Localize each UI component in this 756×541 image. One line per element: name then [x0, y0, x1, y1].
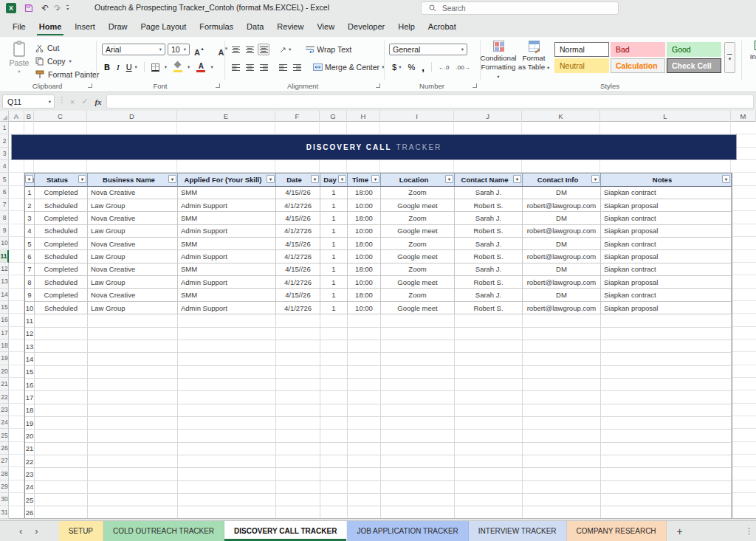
row-header-26[interactable]: 26	[0, 442, 9, 455]
cell[interactable]: Robert S.	[455, 250, 523, 263]
cell[interactable]	[178, 328, 276, 340]
cell[interactable]	[381, 366, 455, 379]
cell[interactable]: Nova Creative	[88, 212, 178, 224]
cell[interactable]: 11	[25, 314, 35, 327]
sheet-tab-job-application-tracker[interactable]: JOB APPLICATION TRACKER	[347, 521, 468, 541]
column-header-F[interactable]: F	[275, 111, 320, 122]
column-header-K[interactable]: K	[522, 111, 600, 122]
cell[interactable]	[348, 353, 381, 365]
ribbon-tab-help[interactable]: Help	[391, 16, 422, 37]
cell[interactable]: Scheduled	[35, 250, 88, 263]
cell[interactable]: Law Group	[88, 250, 178, 263]
cell[interactable]	[381, 379, 455, 391]
ribbon-tab-acrobat[interactable]: Acrobat	[422, 16, 463, 37]
filter-button[interactable]: ▾	[25, 175, 33, 183]
cell[interactable]	[320, 443, 348, 455]
cell[interactable]	[35, 443, 88, 455]
cell[interactable]	[35, 328, 88, 340]
cell[interactable]	[455, 391, 523, 404]
borders-button[interactable]	[151, 63, 159, 72]
row-header-7[interactable]: 7	[0, 199, 9, 211]
cell[interactable]	[88, 328, 178, 340]
cell[interactable]	[178, 443, 276, 455]
cell[interactable]	[381, 314, 455, 327]
row-header-10[interactable]: 10	[0, 237, 9, 249]
cell[interactable]: Sarah J.	[455, 187, 523, 199]
align-right-button[interactable]	[258, 61, 269, 73]
cell[interactable]: Robert S.	[455, 225, 523, 238]
sheet-tab-cold-outreach-tracker[interactable]: COLD OUTREACH TRACKER	[103, 521, 224, 541]
ribbon-tab-view[interactable]: View	[310, 16, 341, 37]
filter-button[interactable]: ▾	[445, 175, 453, 183]
borders-dropdown-icon[interactable]: ▾	[165, 64, 167, 70]
cell[interactable]: SMM	[178, 187, 276, 199]
cell[interactable]	[320, 494, 348, 506]
cell[interactable]: SMM	[178, 263, 276, 276]
ribbon-tab-page-layout[interactable]: Page Layout	[134, 16, 193, 37]
cell[interactable]: Sarah J.	[455, 289, 523, 301]
cell[interactable]	[348, 404, 381, 417]
cell[interactable]	[276, 366, 320, 379]
row-header-9[interactable]: 9	[0, 224, 9, 237]
cell[interactable]	[523, 455, 601, 468]
header-notes[interactable]: Notes▾	[601, 173, 732, 186]
cell[interactable]	[276, 379, 320, 391]
row-header-15[interactable]: 15	[0, 301, 9, 314]
cell[interactable]	[381, 468, 455, 480]
sheet-tab-setup[interactable]: SETUP	[59, 521, 103, 541]
cell[interactable]	[35, 417, 88, 430]
cell[interactable]	[35, 404, 88, 417]
cell[interactable]: 1	[25, 187, 35, 199]
cell[interactable]	[601, 494, 732, 506]
top-align-button[interactable]	[230, 44, 241, 55]
cell[interactable]: Admin Support	[178, 302, 276, 314]
cell[interactable]	[523, 328, 601, 340]
cell[interactable]: robert@lawgroup.com	[523, 199, 601, 212]
cell[interactable]: 4/15//26	[276, 187, 320, 199]
number-dialog-launcher[interactable]	[472, 83, 477, 88]
cell[interactable]: 9	[25, 289, 35, 301]
cell[interactable]: robert@lawgroup.com	[523, 250, 601, 263]
cell[interactable]	[381, 391, 455, 404]
cell[interactable]: 21	[25, 443, 35, 455]
row-header-30[interactable]: 30	[0, 493, 9, 506]
insert-cells-button[interactable]: Insert	[744, 41, 756, 83]
style-calculation[interactable]: Calculation	[611, 58, 665, 73]
decrease-indent-button[interactable]	[277, 61, 289, 73]
cell[interactable]	[523, 481, 601, 494]
font-color-dropdown-icon[interactable]: ▾	[210, 64, 213, 70]
cell[interactable]	[381, 328, 455, 340]
cell[interactable]	[348, 417, 381, 430]
cell[interactable]: 4/1/2726	[276, 276, 320, 289]
row-header-6[interactable]: 6	[0, 186, 9, 199]
ribbon-tab-formulas[interactable]: Formulas	[193, 16, 240, 37]
cell[interactable]	[348, 391, 381, 404]
cell[interactable]	[601, 443, 732, 455]
bottom-align-button[interactable]	[258, 44, 269, 55]
cell[interactable]: 15	[25, 366, 35, 379]
cell[interactable]	[276, 443, 320, 455]
cell[interactable]	[178, 468, 276, 480]
cell[interactable]	[88, 314, 178, 327]
cell[interactable]: 10:00	[348, 199, 381, 212]
cell[interactable]: 10:00	[348, 250, 381, 263]
cell[interactable]	[320, 430, 348, 442]
cell[interactable]: Scheduled	[35, 225, 88, 238]
cell[interactable]: DM	[523, 238, 601, 250]
cell[interactable]: Completed	[35, 238, 88, 250]
cell[interactable]: 8	[25, 276, 35, 289]
cell[interactable]: 4/1/2726	[276, 199, 320, 212]
undo-dropdown-icon[interactable]: ▾	[44, 7, 46, 12]
cell[interactable]	[276, 353, 320, 365]
customize-quick-access-icon[interactable]: ▾	[66, 5, 69, 11]
cell[interactable]: Google meet	[381, 225, 455, 238]
cell[interactable]	[88, 506, 178, 519]
cell[interactable]	[276, 340, 320, 353]
row-header-25[interactable]: 25	[0, 429, 9, 441]
cell[interactable]	[523, 340, 601, 353]
cell[interactable]: 3	[25, 212, 35, 224]
column-header-L[interactable]: L	[600, 111, 731, 122]
increase-font-size-button[interactable]: A▲	[194, 48, 200, 57]
italic-button[interactable]: I	[117, 63, 120, 72]
row-header-31[interactable]: 31	[0, 506, 9, 519]
